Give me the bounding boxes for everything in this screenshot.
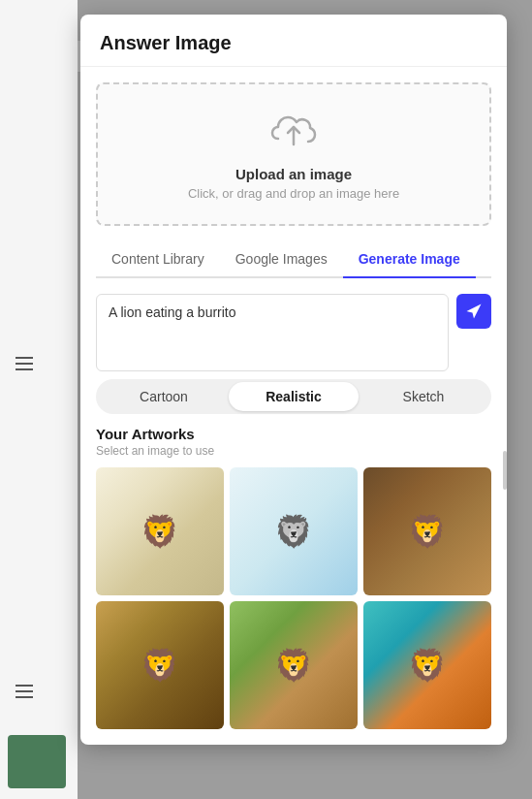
send-icon bbox=[465, 303, 483, 320]
upload-icon bbox=[121, 108, 466, 158]
artworks-title: Your Artworks bbox=[96, 426, 491, 442]
pill-cartoon[interactable]: Cartoon bbox=[99, 382, 229, 411]
menu-icon-2[interactable] bbox=[16, 685, 33, 698]
artworks-section: Your Artworks Select an image to use bbox=[80, 426, 507, 745]
artwork-item-5[interactable] bbox=[230, 601, 358, 729]
answer-image-modal: Answer Image Upload an image Click, or d… bbox=[80, 15, 507, 745]
scrollbar-thumb[interactable] bbox=[503, 451, 507, 490]
prompt-input[interactable] bbox=[96, 294, 449, 371]
artworks-subtitle: Select an image to use bbox=[96, 444, 491, 458]
tab-generate-image[interactable]: Generate Image bbox=[343, 241, 476, 278]
tab-content-library[interactable]: Content Library bbox=[96, 241, 220, 278]
artwork-item-1[interactable] bbox=[96, 467, 224, 595]
tab-google-images[interactable]: Google Images bbox=[220, 241, 343, 278]
pill-realistic[interactable]: Realistic bbox=[229, 382, 359, 411]
artwork-item-6[interactable] bbox=[363, 601, 491, 729]
send-button[interactable] bbox=[456, 294, 491, 329]
upload-zone[interactable]: Upload an image Click, or drag and drop … bbox=[96, 82, 491, 226]
artwork-item-2[interactable] bbox=[230, 467, 358, 595]
tabs-container: Content Library Google Images Generate I… bbox=[96, 241, 491, 278]
artworks-grid bbox=[96, 467, 491, 729]
upload-title: Upload an image bbox=[121, 166, 466, 182]
scrollbar-track[interactable] bbox=[502, 451, 507, 645]
style-pills: Cartoon Realistic Sketch bbox=[96, 379, 491, 414]
modal-header: Answer Image bbox=[80, 15, 507, 67]
artwork-item-3[interactable] bbox=[363, 467, 491, 595]
upload-subtitle: Click, or drag and drop an image here bbox=[121, 186, 466, 201]
menu-icon-1[interactable] bbox=[16, 357, 33, 370]
thumbnail-preview bbox=[8, 735, 66, 788]
artwork-item-4[interactable] bbox=[96, 601, 224, 729]
search-row bbox=[96, 294, 491, 371]
modal-title: Answer Image bbox=[100, 32, 487, 54]
left-panel bbox=[0, 0, 78, 799]
pill-sketch[interactable]: Sketch bbox=[359, 382, 488, 411]
